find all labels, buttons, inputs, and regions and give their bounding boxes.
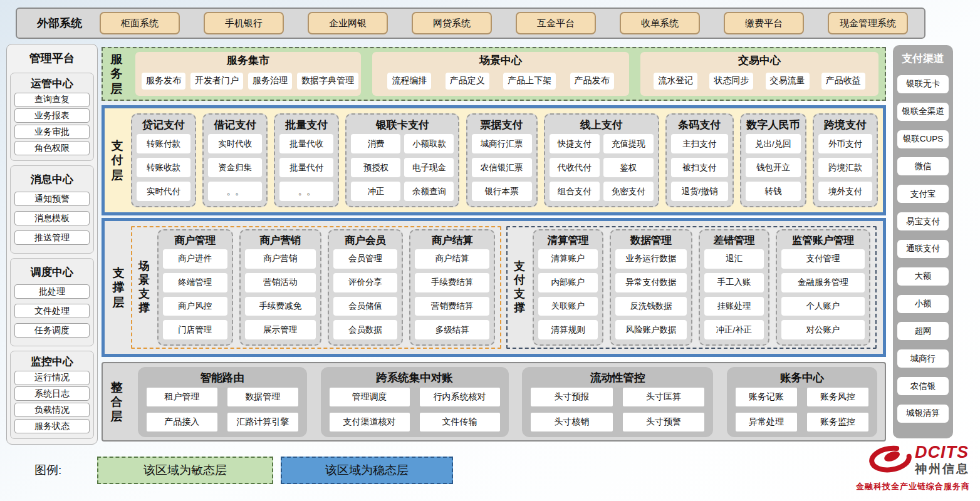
cross-system-reconciliation-group: 跨系统集中对账 管理调度 行内系统核对 支付渠道核对 文件传输 xyxy=(321,367,509,437)
column-title: 差错管理 xyxy=(704,234,764,247)
payment-node: 小额取款 xyxy=(404,134,454,153)
merchant-settlement-column: 商户结算 商户结算 手续费结算 营销费结算 多级结算 xyxy=(409,229,495,346)
support-node: 展示管理 xyxy=(245,320,316,339)
external-system-node: 企业网银 xyxy=(308,12,388,34)
column-grid: 外币支付 跨境汇款 境外支付 xyxy=(818,134,872,201)
payment-node: 余额查询 xyxy=(404,182,454,201)
unionpay-card-column: 银联卡支付 消费 小额取款 预授权 电子现金 冲正 余额查询 xyxy=(345,113,459,207)
support-node: 门店管理 xyxy=(163,320,227,339)
group-title: 监控中心 xyxy=(13,354,91,369)
column-title: 条码支付 xyxy=(671,118,728,132)
service-node: 服务发布 xyxy=(142,73,185,90)
service-node: 开发者门户 xyxy=(190,73,243,90)
payment-node: 退货/撤销 xyxy=(671,182,728,201)
column-title: 借记支付 xyxy=(208,118,262,132)
column-grid: 批量代收 批量代付 。。 xyxy=(279,134,333,201)
support-node: 商户进件 xyxy=(163,249,227,269)
group-row: 流水登记 状态同步 交易流量 产品收益 xyxy=(647,70,872,92)
channel-node: 通联支付 xyxy=(897,240,949,258)
brand-name: DCITS xyxy=(915,443,969,461)
merchant-member-column: 商户会员 会员管理 评价分享 会员储值 会员数据 xyxy=(328,229,404,346)
external-system-node: 收单系统 xyxy=(620,12,700,34)
scene-center-group: 场景中心 流程编排 产品定义 产品上下架 产品发布 xyxy=(372,52,629,96)
payment-node: 转账收款 xyxy=(137,158,190,177)
group-title: 智能路由 xyxy=(147,370,298,385)
payment-node: 城商行汇票 xyxy=(472,134,532,153)
payment-node: 预授权 xyxy=(351,158,400,177)
support-node: 退汇 xyxy=(704,249,764,269)
mgmt-node: 角色权限 xyxy=(14,141,90,155)
group-row: 流程编排 产品定义 产品上下架 产品发布 xyxy=(378,70,623,92)
scene-support-label: 场景支撑 xyxy=(137,260,151,315)
smart-routing-group: 智能路由 租户管理 数据管理 产品接入 汇路计算引擎 xyxy=(138,367,307,437)
channel-node: 城商行 xyxy=(897,349,949,368)
support-node: 关联账户 xyxy=(538,297,598,316)
group-title: 场景中心 xyxy=(378,53,623,68)
column-grid: 商户进件 终端管理 商户风控 门店管理 xyxy=(163,249,227,339)
debit-payment-column: 借记支付 实时代收 资金归集 。。 xyxy=(202,113,268,207)
column-title: 跨境支付 xyxy=(818,118,872,132)
support-node: 手续费减免 xyxy=(245,297,316,316)
payment-node: 兑出/兑回 xyxy=(746,134,801,153)
column-grid: 转账付款 转账收款 实时代付 xyxy=(137,134,190,201)
service-layer: 服务层 服务集市 服务发布 开发者门户 服务治理 数据字典管理 场景中心 流程编… xyxy=(102,47,886,101)
support-node: 会员数据 xyxy=(333,320,398,339)
group-grid: 管理调度 行内系统核对 支付渠道核对 文件传输 xyxy=(330,388,500,431)
payment-node: 资金归集 xyxy=(208,158,262,177)
payment-node: 境外支付 xyxy=(818,182,872,201)
column-title: 银联卡支付 xyxy=(351,118,454,132)
integration-node: 头寸预报 xyxy=(531,388,613,406)
group-message-center: 消息中心 通知预警 消息模板 推送管理 xyxy=(10,165,94,254)
payment-node: 实时代付 xyxy=(137,182,190,201)
service-node: 数据字典管理 xyxy=(297,73,358,90)
support-node: 冲正/补正 xyxy=(704,320,764,339)
dcits-swirl-logo-icon xyxy=(869,442,912,478)
support-node: 清算账户 xyxy=(538,249,598,269)
column-title: 商户营销 xyxy=(245,234,316,247)
payment-node: 批量代收 xyxy=(279,134,333,153)
payment-node: 转钱 xyxy=(746,182,801,201)
regulatory-account-column: 监管账户管理 支付管理 金融服务管理 个人账户 对公账户 xyxy=(776,229,870,346)
support-node: 商户结算 xyxy=(415,249,489,269)
column-title: 商户会员 xyxy=(333,234,398,247)
scene-support-section: 场景支撑 商户管理 商户进件 终端管理 商户风控 门店管理 商户营销 商户营销 … xyxy=(131,226,501,349)
bill-payment-column: 票据支付 城商行汇票 农信银汇票 银行本票 xyxy=(466,113,538,207)
column-grid: 实时代收 资金归集 。。 xyxy=(208,134,262,201)
channel-node: 银联CUPS xyxy=(897,130,949,148)
mgmt-node: 查询查复 xyxy=(14,93,90,107)
management-platform-panel: 管理平台 运管中心 查询查复 业务报表 业务审批 角色权限 消息中心 通知预警 … xyxy=(6,44,98,445)
management-platform-title: 管理平台 xyxy=(10,48,94,68)
integration-layer-label: 整合层 xyxy=(109,380,124,424)
external-systems-row: 柜面系统 手机银行 企业网银 网贷系统 互金平台 收单系统 缴费平台 现金管理系… xyxy=(100,12,908,34)
group-grid: 账务记账 账务风控 异常处理 账务监控 xyxy=(736,388,868,431)
support-node: 挂账处理 xyxy=(704,297,764,316)
column-title: 清算管理 xyxy=(538,234,598,247)
external-system-node: 网贷系统 xyxy=(412,12,492,34)
integration-node: 头寸匡算 xyxy=(623,388,705,406)
support-node: 会员管理 xyxy=(333,249,398,269)
mgmt-node: 业务报表 xyxy=(14,108,90,123)
column-grid: 商户营销 营销活动 手续费减免 展示管理 xyxy=(245,249,316,339)
integration-node: 账务风控 xyxy=(807,388,868,406)
group-monitoring-center: 监控中心 运行情况 系统日志 负载情况 服务状态 xyxy=(10,351,94,439)
mgmt-node: 负载情况 xyxy=(14,403,90,417)
support-node: 风险账户数据 xyxy=(615,320,687,339)
column-title: 贷记支付 xyxy=(137,118,190,132)
column-grid: 消费 小额取款 预授权 电子现金 冲正 余额查询 xyxy=(351,134,454,201)
payment-node: 充值提现 xyxy=(603,134,654,153)
column-title: 票据支付 xyxy=(472,118,532,132)
support-node: 业务运行数据 xyxy=(615,249,687,269)
service-node: 产品上下架 xyxy=(503,73,556,90)
payment-node: 消费 xyxy=(351,134,400,153)
payment-node: 实时代收 xyxy=(208,134,262,153)
payment-node: 代收代付 xyxy=(550,158,600,177)
payment-node: 快捷支付 xyxy=(550,134,600,153)
legend-agile-layer: 该区域为敏态层 xyxy=(97,457,273,484)
legend-label: 图例: xyxy=(34,462,61,478)
channel-node: 支付宝 xyxy=(897,185,949,203)
payment-node: 免密支付 xyxy=(603,182,654,201)
payment-support-section: 支付支撑 清算管理 清算账户 内部账户 关联账户 清算规则 数据管理 业务运行数… xyxy=(506,226,877,349)
channel-node: 银联全渠道 xyxy=(897,103,949,121)
column-title: 监管账户管理 xyxy=(781,234,865,247)
integration-node: 数据管理 xyxy=(227,388,298,406)
